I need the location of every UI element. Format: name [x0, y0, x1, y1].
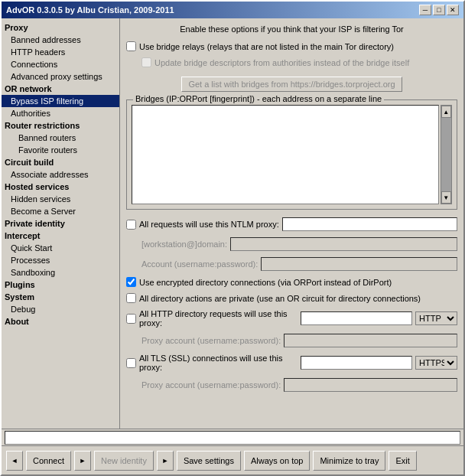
get-bridges-button[interactable]: Get a list with bridges from https://bri… [181, 77, 402, 92]
sidebar-item-advanced-proxy-settings[interactable]: Advanced proxy settings [2, 70, 119, 83]
sidebar-item-hidden-services[interactable]: Hidden services [2, 193, 119, 205]
nav-forward-button[interactable]: ► [74, 451, 91, 471]
http-directory-proxy-select[interactable]: HTTP HTTPS SOCKS4 SOCKS5 [415, 311, 457, 325]
bridges-group-label: Bridges (IP:ORPort [fingerprint]) - each… [133, 94, 384, 103]
titlebar-buttons: ─ □ ✕ [419, 5, 459, 15]
description-text: Enable these options if you think that y… [126, 24, 457, 34]
main-window: AdvOR 0.3.0.5 by Albu Cristian, 2009-201… [0, 0, 465, 476]
ntlm-proxy-label: All requests will use this NTLM proxy: [139, 220, 279, 229]
bridges-scrollbar: ▲ ▼ [441, 105, 452, 204]
new-identity-button[interactable]: New identity [94, 451, 154, 471]
status-input[interactable] [5, 431, 460, 445]
restore-button[interactable]: □ [433, 5, 445, 15]
all-directory-private-label: All directory actions are private (use a… [139, 294, 421, 303]
scroll-track[interactable] [441, 118, 451, 191]
encrypted-directory-checkbox[interactable] [126, 277, 136, 287]
account-label: Account (username:password): [141, 259, 258, 269]
sidebar-group-hosted-services: Hosted services [2, 181, 119, 193]
tls-proxy-label: All TLS (SSL) connectinos will use this … [139, 354, 298, 372]
main-content: Proxy Banned addresses HTTP headers Conn… [2, 18, 463, 429]
sidebar-group-intercept: Intercept [2, 230, 119, 242]
tls-proxy-input[interactable] [301, 356, 412, 370]
account-input[interactable] [261, 257, 457, 271]
scroll-down-arrow[interactable]: ▼ [441, 191, 451, 204]
update-bridge-descriptors-label: Update bridge descriptors from authoriti… [154, 58, 409, 67]
sidebar-item-associate-addresses[interactable]: Associate addresses [2, 168, 119, 181]
http-directory-proxy-input[interactable] [301, 311, 412, 325]
sidebar-item-processes[interactable]: Processes [2, 254, 119, 266]
save-settings-button[interactable]: Save settings [177, 451, 241, 471]
close-button[interactable]: ✕ [447, 5, 459, 15]
workstation-domain-label: [workstation@]domain: [141, 240, 227, 249]
sidebar-item-debug[interactable]: Debug [2, 303, 119, 315]
account-row: Account (username:password): [141, 257, 457, 271]
sidebar: Proxy Banned addresses HTTP headers Conn… [2, 18, 120, 429]
minimize-to-tray-button[interactable]: Minimize to tray [313, 451, 385, 471]
tls-proxy-account-input[interactable] [284, 378, 457, 392]
all-directory-private-row: All directory actions are private (use a… [126, 293, 457, 303]
content-area: Enable these options if you think that y… [120, 18, 463, 429]
minimize-button[interactable]: ─ [419, 5, 431, 15]
encrypted-directory-row: Use encrypted directory connections (via… [126, 277, 457, 287]
use-bridge-relays-row: Use bridge relays (relays that are not l… [126, 41, 457, 51]
all-directory-private-checkbox[interactable] [126, 293, 136, 303]
bridges-textarea[interactable] [132, 105, 439, 204]
scroll-up-arrow[interactable]: ▲ [441, 106, 451, 118]
tls-proxy-checkbox[interactable] [126, 358, 136, 368]
tls-proxy-account-row: Proxy account (username:password): [141, 378, 457, 392]
http-directory-proxy-checkbox[interactable] [126, 314, 136, 324]
ntlm-proxy-row: All requests will use this NTLM proxy: [126, 217, 457, 231]
workstation-domain-input[interactable] [230, 237, 457, 251]
bridges-textarea-wrapper: ▲ ▼ [132, 105, 452, 204]
use-bridge-relays-checkbox[interactable] [126, 41, 136, 51]
http-proxy-account-label: Proxy account (username:password): [141, 336, 281, 345]
status-bar [2, 429, 463, 445]
http-directory-proxy-row: All HTTP directory requests will use thi… [126, 309, 457, 328]
update-bridge-descriptors-checkbox[interactable] [141, 57, 151, 67]
sidebar-item-authorities[interactable]: Authorities [2, 107, 119, 119]
sidebar-item-sandboxing[interactable]: Sandboxing [2, 266, 119, 279]
nav-back-button[interactable]: ◄ [6, 451, 23, 471]
footer: ◄ Connect ► New identity ► Save settings… [2, 445, 463, 474]
use-bridge-relays-label: Use bridge relays (relays that are not l… [139, 42, 394, 51]
sidebar-item-bypass-isp-filtering[interactable]: Bypass ISP filtering [2, 95, 119, 107]
always-on-top-button[interactable]: Always on top [244, 451, 310, 471]
sidebar-item-quick-start[interactable]: Quick Start [2, 242, 119, 254]
sidebar-item-banned-routers[interactable]: Banned routers [2, 132, 119, 144]
sidebar-group-proxy: Proxy [2, 21, 119, 34]
sidebar-group-private-identity: Private identity [2, 217, 119, 230]
connect-button[interactable]: Connect [26, 451, 71, 471]
http-proxy-account-input[interactable] [284, 334, 457, 347]
update-bridge-descriptors-row: Update bridge descriptors from authoriti… [141, 57, 457, 67]
http-directory-proxy-label: All HTTP directory requests will use thi… [139, 309, 298, 328]
ntlm-proxy-checkbox[interactable] [126, 220, 136, 230]
ntlm-proxy-input[interactable] [282, 217, 457, 231]
sidebar-item-connections[interactable]: Connections [2, 58, 119, 70]
sidebar-item-become-a-server[interactable]: Become a Server [2, 205, 119, 217]
sidebar-item-favorite-routers[interactable]: Favorite routers [2, 144, 119, 156]
sidebar-group-plugins: Plugins [2, 279, 119, 291]
titlebar: AdvOR 0.3.0.5 by Albu Cristian, 2009-201… [2, 2, 463, 18]
http-proxy-account-row: Proxy account (username:password): [141, 334, 457, 347]
sidebar-group-system: System [2, 291, 119, 303]
sidebar-group-router-restrictions: Router restrictions [2, 119, 119, 132]
workstation-domain-row: [workstation@]domain: [141, 237, 457, 251]
sidebar-group-circuit-build: Circuit build [2, 156, 119, 168]
sidebar-item-banned-addresses[interactable]: Banned addresses [2, 34, 119, 46]
sidebar-group-about: About [2, 315, 119, 328]
window-title: AdvOR 0.3.0.5 by Albu Cristian, 2009-201… [6, 5, 174, 15]
nav-forward2-button[interactable]: ► [157, 451, 174, 471]
sidebar-group-or-network: OR network [2, 83, 119, 95]
sidebar-item-http-headers[interactable]: HTTP headers [2, 46, 119, 58]
encrypted-directory-label: Use encrypted directory connections (via… [139, 278, 392, 287]
bridges-group: Bridges (IP:ORPort [fingerprint]) - each… [126, 99, 457, 210]
tls-proxy-select[interactable]: HTTP HTTPS SOCKS4 SOCKS5 [415, 356, 457, 370]
exit-button[interactable]: Exit [389, 451, 416, 471]
tls-proxy-row: All TLS (SSL) connectinos will use this … [126, 354, 457, 372]
get-bridges-button-row: Get a list with bridges from https://bri… [126, 77, 457, 92]
tls-proxy-account-label: Proxy account (username:password): [141, 380, 281, 390]
